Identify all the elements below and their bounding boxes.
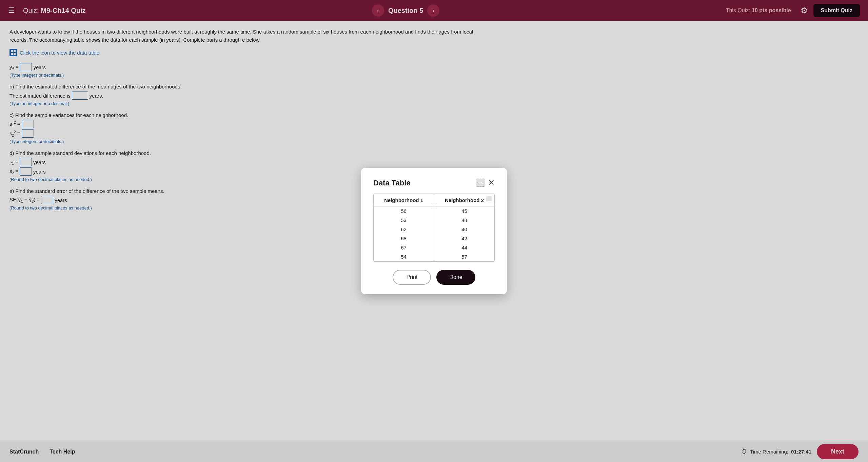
minimize-icon: —	[478, 180, 482, 185]
data-table: Neighborhood 1 Neighborhood 2 5645534862…	[374, 194, 494, 250]
cell-n1: 68	[374, 234, 434, 243]
table-row: 5348	[374, 216, 494, 225]
modal-close-button[interactable]: ✕	[488, 179, 495, 187]
expand-icon[interactable]: ⬜	[486, 196, 492, 201]
cell-n1: 53	[374, 216, 434, 225]
modal-minimize-button[interactable]: —	[476, 179, 485, 187]
table-row: 6842	[374, 234, 494, 243]
modal-overlay: Data Table — ✕ ⬜ Neighborhood 1 Neighbor…	[0, 0, 868, 250]
cell-n1: 56	[374, 206, 434, 216]
modal-title: Data Table	[373, 179, 411, 187]
col1-header: Neighborhood 1	[374, 194, 434, 206]
cell-n2: 40	[434, 225, 494, 234]
col2-header: Neighborhood 2	[434, 194, 494, 206]
table-row: 6744	[374, 243, 494, 250]
cell-n1: 67	[374, 243, 434, 250]
modal-header: Data Table — ✕	[373, 179, 495, 187]
table-row: 5645	[374, 206, 494, 216]
modal-controls: — ✕	[476, 179, 495, 187]
cell-n2: 45	[434, 206, 494, 216]
cell-n2: 48	[434, 216, 494, 225]
data-table-modal: Data Table — ✕ ⬜ Neighborhood 1 Neighbor…	[361, 168, 507, 250]
cell-n2: 42	[434, 234, 494, 243]
data-table-wrapper: ⬜ Neighborhood 1 Neighborhood 2 56455348…	[373, 194, 495, 250]
cell-n2: 44	[434, 243, 494, 250]
cell-n1: 62	[374, 225, 434, 234]
table-row: 6240	[374, 225, 494, 234]
